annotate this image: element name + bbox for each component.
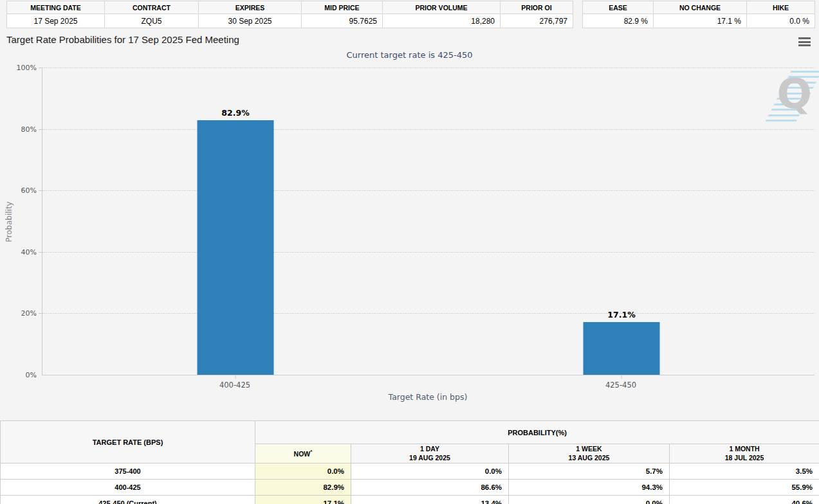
bar-425-450[interactable]: 17.1% — [584, 322, 660, 375]
one-month-probability-cell: 55.9% — [670, 480, 819, 496]
bar-data-label: 17.1% — [607, 310, 635, 320]
probability-history-table: TARGET RATE (BPS) PROBABILITY(%) NOW* 1 … — [0, 420, 819, 504]
col-header-line1: 1 DAY — [352, 445, 508, 454]
prior-oi-value: 276,797 — [501, 14, 573, 28]
y-axis-labels: 100% 80% 60% 40% 20% 0% — [0, 68, 39, 375]
plot-area: 82.9% 17.1% — [42, 68, 814, 375]
col-header-line2: 19 AUG 2025 — [352, 454, 508, 463]
y-tick-mark — [39, 190, 42, 191]
now-probability-cell: 17.1% — [255, 496, 351, 504]
ease-value: 82.9 % — [583, 14, 654, 28]
one-day-probability-cell: 13.4% — [351, 496, 509, 504]
target-rate-bps-header: TARGET RATE (BPS) — [1, 421, 255, 464]
x-tick-mark — [621, 375, 622, 379]
y-tick-label: 40% — [21, 248, 37, 256]
col-header-line1: 1 WEEK — [510, 445, 668, 454]
mid-price-header: MID PRICE — [302, 1, 383, 14]
hamburger-menu-icon[interactable] — [798, 37, 811, 48]
meeting-date-value: 17 Sep 2025 — [7, 14, 105, 28]
probability-group-header: PROBABILITY(%) — [255, 421, 819, 444]
table-row: 17 Sep 2025 ZQU5 30 Sep 2025 95.7625 18,… — [7, 14, 573, 28]
one-month-probability-cell: 3.5% — [670, 464, 819, 480]
chart-subtitle: Current target rate is 425-450 — [0, 50, 819, 60]
no-change-header: NO CHANGE — [654, 1, 747, 14]
one-week-probability-cell: 94.3% — [509, 480, 670, 496]
one-week-probability-cell: 0.0% — [509, 496, 670, 504]
y-tick-mark — [39, 252, 42, 253]
one-week-probability-cell: 5.7% — [509, 464, 670, 480]
one-day-column-header: 1 DAY 19 AUG 2025 — [351, 444, 509, 464]
contract-summary-table: MEETING DATE CONTRACT EXPIRES MID PRICE … — [6, 1, 573, 28]
ease-header: EASE — [583, 1, 654, 14]
col-header-line2: 13 AUG 2025 — [510, 454, 668, 463]
col-header-line1: 1 MONTH — [670, 445, 818, 454]
col-header-line2: 18 JUL 2025 — [670, 454, 818, 463]
hike-value: 0.0 % — [747, 14, 815, 28]
y-tick-mark — [39, 68, 42, 68]
chart-title: Target Rate Probabilities for 17 Sep 202… — [6, 34, 239, 45]
target-rate-probability-chart: Target Rate Probabilities for 17 Sep 202… — [0, 31, 819, 417]
x-category-label: 425-450 — [605, 381, 636, 390]
expires-header: EXPIRES — [199, 1, 302, 14]
one-month-column-header: 1 MONTH 18 JUL 2025 — [670, 444, 819, 464]
one-day-probability-cell: 0.0% — [351, 464, 509, 480]
prior-volume-value: 18,280 — [383, 14, 501, 28]
one-day-probability-cell: 86.6% — [351, 480, 509, 496]
y-tick-label: 60% — [21, 186, 37, 195]
now-asterisk: * — [310, 449, 312, 455]
now-probability-cell: 0.0% — [255, 464, 351, 480]
y-tick-label: 0% — [26, 371, 37, 379]
y-tick-label: 20% — [21, 309, 37, 318]
y-tick-mark — [39, 129, 42, 130]
hike-header: HIKE — [747, 1, 815, 14]
bar-data-label: 82.9% — [221, 108, 249, 118]
table-row: TARGET RATE (BPS) PROBABILITY(%) — [1, 421, 819, 444]
contract-header: CONTRACT — [105, 1, 199, 14]
y-tick-label: 80% — [21, 125, 37, 133]
table-row: EASE NO CHANGE HIKE — [583, 1, 815, 14]
one-month-probability-cell: 40.6% — [670, 496, 819, 504]
mid-price-value: 95.7625 — [302, 14, 383, 28]
table-row: 400-425 82.9% 86.6% 94.3% 55.9% — [1, 480, 819, 496]
expires-value: 30 Sep 2025 — [199, 14, 302, 28]
rate-range-cell: 400-425 — [1, 480, 255, 496]
rate-range-cell: 425-450 (Current) — [1, 496, 255, 504]
meeting-date-header: MEETING DATE — [7, 1, 105, 14]
x-tick-mark — [235, 375, 236, 379]
rate-range-cell: 375-400 — [1, 464, 255, 480]
x-axis-title: Target Rate (in bps) — [42, 392, 814, 402]
contract-value: ZQU5 — [105, 14, 199, 28]
gridline — [42, 252, 814, 253]
move-probability-table: EASE NO CHANGE HIKE 82.9 % 17.1 % 0.0 % — [582, 1, 815, 28]
gridline — [42, 313, 814, 314]
now-probability-cell: 82.9% — [255, 480, 351, 496]
gridline — [42, 129, 814, 130]
table-row: 375-400 0.0% 0.0% 5.7% 3.5% — [1, 464, 819, 480]
table-row: 425-450 (Current) 17.1% 13.4% 0.0% 40.6% — [1, 496, 819, 504]
table-row: MEETING DATE CONTRACT EXPIRES MID PRICE … — [7, 1, 573, 14]
y-tick-mark — [39, 313, 42, 314]
now-column-header: NOW* — [255, 444, 351, 464]
prior-volume-header: PRIOR VOLUME — [383, 1, 501, 14]
now-label: NOW — [294, 450, 311, 458]
bar-400-425[interactable]: 82.9% — [198, 120, 274, 375]
prior-oi-header: PRIOR OI — [501, 1, 573, 14]
one-week-column-header: 1 WEEK 13 AUG 2025 — [509, 444, 670, 464]
table-row: 82.9 % 17.1 % 0.0 % — [583, 14, 815, 28]
y-tick-label: 100% — [17, 64, 37, 72]
x-category-label: 400-425 — [219, 381, 250, 390]
gridline — [42, 190, 814, 191]
gridline — [42, 68, 814, 68]
no-change-value: 17.1 % — [654, 14, 747, 28]
